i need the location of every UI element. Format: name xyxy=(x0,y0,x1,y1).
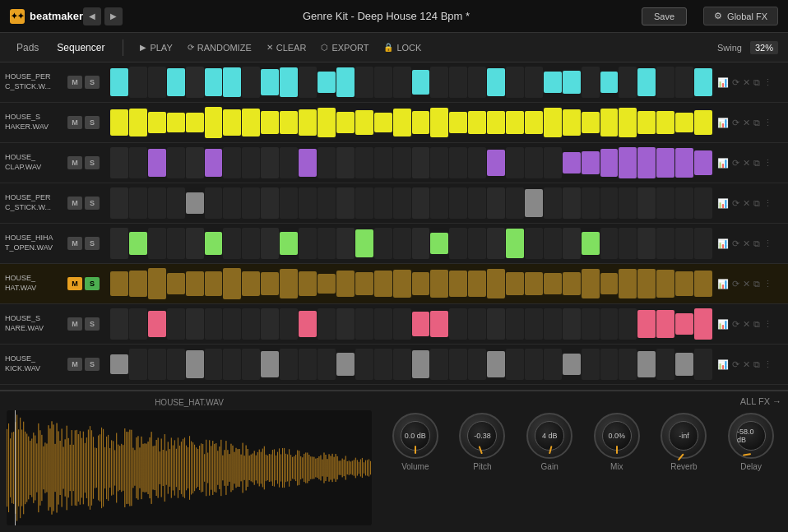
beat-cell-1-30[interactable] xyxy=(675,113,693,133)
beat-cell-3-23[interactable] xyxy=(544,187,562,219)
beat-cell-6-0[interactable] xyxy=(110,308,128,340)
randomize-button[interactable]: ⟳ RANDOMIZE xyxy=(183,41,257,54)
solo-button-1[interactable]: S xyxy=(85,116,100,129)
solo-button-7[interactable]: S xyxy=(85,358,100,371)
shuffle-icon-5[interactable]: ⟳ xyxy=(732,279,739,289)
beat-cell-1-0[interactable] xyxy=(110,109,128,136)
beat-cell-4-6[interactable] xyxy=(223,228,241,259)
lock-button[interactable]: 🔒 LOCK xyxy=(378,41,426,54)
beat-cell-2-10[interactable] xyxy=(299,149,317,177)
beat-cell-2-25[interactable] xyxy=(582,151,600,174)
beat-cell-6-16[interactable] xyxy=(412,312,430,335)
beat-cell-7-3[interactable] xyxy=(167,349,185,380)
beat-cell-5-4[interactable] xyxy=(186,271,204,296)
beat-cell-2-2[interactable] xyxy=(148,149,166,178)
beat-cell-2-23[interactable] xyxy=(544,147,562,178)
beat-cell-4-15[interactable] xyxy=(393,228,411,259)
beat-cell-0-0[interactable] xyxy=(110,68,128,96)
shuffle-icon-6[interactable]: ⟳ xyxy=(732,319,739,330)
beat-cell-0-4[interactable] xyxy=(186,67,204,98)
shuffle-icon-3[interactable]: ⟳ xyxy=(732,198,739,209)
beat-cell-0-20[interactable] xyxy=(487,68,505,96)
beat-cell-6-4[interactable] xyxy=(186,308,204,340)
solo-button-6[interactable]: S xyxy=(85,317,100,331)
beat-cell-1-7[interactable] xyxy=(242,109,260,136)
beat-cell-5-21[interactable] xyxy=(506,272,524,296)
beat-cell-3-27[interactable] xyxy=(619,187,637,219)
beat-cell-0-23[interactable] xyxy=(544,72,562,94)
beat-cell-5-20[interactable] xyxy=(487,269,505,298)
beat-cell-6-18[interactable] xyxy=(449,308,467,340)
more-icon-5[interactable]: ⋮ xyxy=(763,279,772,289)
delete-icon-4[interactable]: ✕ xyxy=(743,238,750,249)
beat-cell-4-2[interactable] xyxy=(148,228,166,259)
beat-cell-0-8[interactable] xyxy=(261,69,279,96)
beat-cell-6-29[interactable] xyxy=(656,310,674,338)
beat-cell-5-8[interactable] xyxy=(261,272,279,294)
beat-cell-7-2[interactable] xyxy=(148,349,166,380)
shuffle-icon-4[interactable]: ⟳ xyxy=(732,238,739,249)
beat-cell-5-25[interactable] xyxy=(582,269,600,298)
beat-cell-3-6[interactable] xyxy=(223,187,241,219)
beat-cell-0-25[interactable] xyxy=(582,67,600,98)
pitch-knob[interactable]: -0.38 xyxy=(459,413,505,459)
beat-cell-3-10[interactable] xyxy=(299,187,317,219)
more-icon-7[interactable]: ⋮ xyxy=(763,359,772,370)
beat-cell-2-3[interactable] xyxy=(167,147,185,178)
beat-cell-0-15[interactable] xyxy=(393,67,411,98)
beat-cell-4-18[interactable] xyxy=(449,228,467,259)
mute-button-5[interactable]: M xyxy=(67,277,82,290)
more-icon-3[interactable]: ⋮ xyxy=(763,198,772,209)
beat-cell-5-31[interactable] xyxy=(694,271,712,298)
beat-cell-2-16[interactable] xyxy=(412,147,430,178)
beat-cell-1-22[interactable] xyxy=(525,111,543,134)
mute-button-2[interactable]: M xyxy=(67,156,82,169)
delete-icon-5[interactable]: ✕ xyxy=(743,279,750,289)
beat-cell-4-13[interactable] xyxy=(355,229,373,257)
beat-cell-5-29[interactable] xyxy=(656,270,674,298)
beat-cell-2-31[interactable] xyxy=(694,150,712,176)
solo-button-0[interactable]: S xyxy=(85,76,100,89)
solo-button-3[interactable]: S xyxy=(85,197,100,210)
bars-icon-1[interactable]: 📊 xyxy=(717,118,729,128)
beat-cell-5-26[interactable] xyxy=(600,273,619,294)
beat-cell-3-19[interactable] xyxy=(468,187,486,219)
beat-cell-2-27[interactable] xyxy=(619,147,637,178)
mute-button-7[interactable]: M xyxy=(67,358,82,371)
tab-pads[interactable]: Pads xyxy=(10,40,45,55)
beat-cell-1-2[interactable] xyxy=(148,112,166,132)
beat-cell-0-27[interactable] xyxy=(619,67,637,98)
beat-cell-1-3[interactable] xyxy=(167,113,185,133)
beat-cell-4-31[interactable] xyxy=(694,228,712,259)
beat-cell-4-10[interactable] xyxy=(299,228,317,259)
beat-cell-0-16[interactable] xyxy=(412,70,430,95)
beat-cell-3-26[interactable] xyxy=(600,187,619,219)
nav-forward-button[interactable]: ▶ xyxy=(104,7,123,25)
beat-cell-7-28[interactable] xyxy=(637,351,656,377)
beat-cell-5-13[interactable] xyxy=(355,272,373,296)
beat-cell-3-14[interactable] xyxy=(374,187,392,219)
beat-cell-1-19[interactable] xyxy=(468,111,486,133)
more-icon-6[interactable]: ⋮ xyxy=(763,319,772,330)
beat-cell-1-17[interactable] xyxy=(430,108,448,137)
beat-cell-2-29[interactable] xyxy=(656,148,674,177)
mute-button-3[interactable]: M xyxy=(67,197,82,210)
beat-cell-1-5[interactable] xyxy=(205,107,223,137)
beat-cell-7-26[interactable] xyxy=(600,349,619,380)
beat-cell-7-31[interactable] xyxy=(694,349,712,380)
beat-cell-1-20[interactable] xyxy=(487,111,505,134)
save-button[interactable]: Save xyxy=(642,7,687,25)
beat-cell-1-31[interactable] xyxy=(694,110,712,135)
beat-cell-4-21[interactable] xyxy=(506,229,524,259)
beat-cell-3-15[interactable] xyxy=(393,187,411,219)
beat-cell-4-28[interactable] xyxy=(637,228,656,259)
beat-cell-5-28[interactable] xyxy=(637,269,656,299)
beat-cell-0-1[interactable] xyxy=(129,67,147,98)
beat-cell-3-1[interactable] xyxy=(129,187,147,219)
beat-cell-6-12[interactable] xyxy=(336,308,355,340)
beat-cell-5-19[interactable] xyxy=(468,271,486,298)
delete-icon-7[interactable]: ✕ xyxy=(743,359,750,370)
beat-cell-6-11[interactable] xyxy=(318,308,336,340)
beat-cell-4-5[interactable] xyxy=(205,232,223,256)
beat-cell-6-9[interactable] xyxy=(280,308,298,340)
